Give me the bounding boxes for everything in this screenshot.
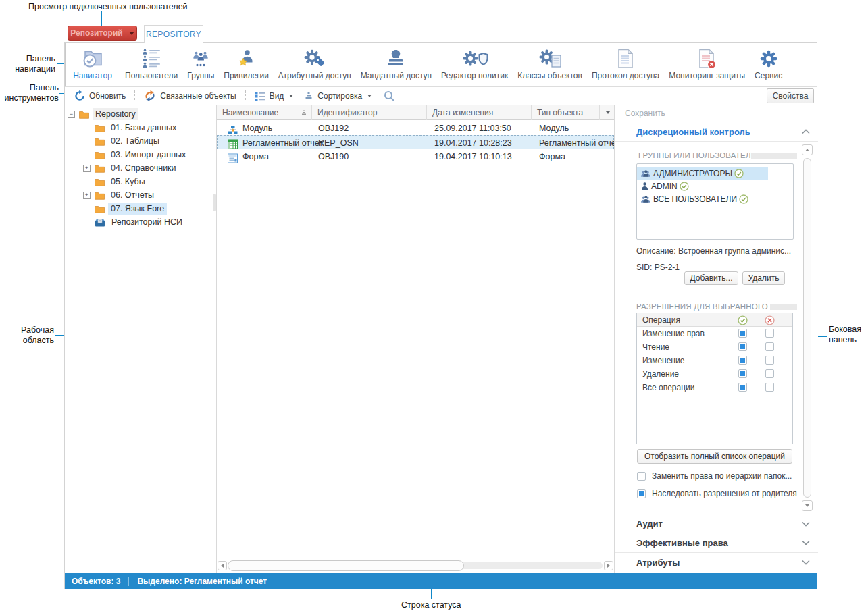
tree-item[interactable]: 05. Кубы [83, 175, 148, 188]
table-row-selected[interactable]: Регламентный отчет REP_OSN 19.04.2017 10… [217, 135, 614, 149]
linked-objects-icon [144, 90, 156, 101]
section-audit[interactable]: Аудит [615, 514, 818, 533]
group-icon [640, 169, 651, 178]
scroll-right-button[interactable] [604, 561, 613, 570]
service-icon [759, 49, 779, 69]
ribbon-item-privileges[interactable]: Привилегии [219, 43, 274, 86]
ribbon-item-users[interactable]: Пользователи [120, 43, 182, 86]
checkbox-label: Наследовать разрешения от родителя [652, 489, 797, 498]
tree-item-label: 03. Импорт данных [108, 149, 188, 161]
tree-scrollbar-thumb[interactable] [213, 194, 216, 211]
ribbon-item-service[interactable]: Сервис [750, 43, 787, 86]
scroll-left-button[interactable] [218, 561, 227, 570]
groups-listbox[interactable]: АДМИНИСТРАТОРЫ ADMIN [636, 163, 794, 240]
ribbon-item-object-classes[interactable]: Классы объектов [513, 43, 587, 86]
cell-name: Модуль [242, 121, 272, 135]
sort-button[interactable]: Сортировка [301, 91, 374, 101]
ribbon-item-navigator[interactable]: Навигатор [65, 43, 120, 86]
show-full-operations-button[interactable]: Отобразить полный список операций [637, 449, 792, 464]
expand-icon[interactable] [83, 165, 91, 172]
checkbox-unchecked[interactable] [637, 472, 646, 481]
add-button[interactable]: Добавить... [684, 271, 738, 285]
search-button[interactable] [381, 90, 397, 101]
delete-button[interactable]: Удалить [742, 271, 785, 285]
ribbon-label: Навигатор [73, 71, 112, 80]
ribbon-label: Пользователи [125, 71, 178, 80]
tree-item[interactable]: 03. Импорт данных [83, 148, 188, 161]
collapse-icon[interactable] [68, 111, 75, 118]
cell-type: Регламентный отчёт [539, 136, 619, 150]
allow-checkbox-checked[interactable] [738, 342, 747, 351]
cell-type: Форма [539, 149, 565, 163]
allow-checkbox-checked[interactable] [738, 356, 747, 365]
group-item[interactable]: ВСЕ ПОЛЬЗОВАТЕЛИ [637, 192, 793, 205]
deny-checkbox[interactable] [765, 369, 774, 378]
repository-menu-button[interactable]: Репозиторий [68, 26, 137, 41]
column-header-identifier[interactable]: Идентификатор [311, 105, 426, 120]
group-item-selected[interactable]: АДМИНИСТРАТОРЫ [637, 167, 768, 180]
group-name: АДМИНИСТРАТОРЫ [653, 169, 732, 178]
page: Просмотр подключенных пользователей Пане… [0, 0, 868, 613]
operation-row: Изменение [637, 354, 792, 367]
save-button-disabled[interactable]: Сохранить [615, 105, 818, 122]
nsi-repository-icon [95, 217, 105, 227]
section-discretionary-control[interactable]: Дискреционный контроль [615, 122, 818, 142]
checkbox-checked[interactable] [637, 489, 646, 498]
deny-checkbox[interactable] [765, 329, 774, 338]
ribbon-item-groups[interactable]: Группы [182, 43, 219, 86]
scroll-up-button[interactable] [802, 144, 813, 155]
ribbon-item-access-log[interactable]: Протокол доступа [587, 43, 664, 86]
scroll-down-button[interactable] [802, 500, 813, 511]
scrollbar-thumb[interactable] [803, 158, 811, 498]
section-attributes[interactable]: Атрибуты [615, 553, 818, 572]
replace-rights-checkbox-row[interactable]: Заменить права по иерархии папок... [637, 471, 792, 481]
deny-checkbox[interactable] [765, 383, 774, 392]
ribbon-item-policy-editor[interactable]: Редактор политик [436, 43, 513, 86]
view-button[interactable]: Вид [252, 91, 297, 101]
group-item[interactable]: ADMIN [637, 180, 793, 192]
view-list-icon [255, 91, 265, 101]
properties-button[interactable]: Свойства [767, 88, 814, 103]
deny-checkbox[interactable] [765, 342, 774, 351]
tree-item[interactable]: 01. Базы данных [83, 121, 179, 134]
deny-checkbox[interactable] [765, 356, 774, 365]
group-description: Описание: Встроенная группа админис... [636, 246, 791, 256]
tree-pane: Repository 01. Базы данных 02. Таблицы 0… [65, 105, 217, 573]
tree-item[interactable]: 02. Таблицы [83, 134, 162, 148]
table-row[interactable]: Форма OBJ190 19.04.2017 10:10:13 Форма [217, 149, 614, 163]
allow-checkbox-checked[interactable] [738, 383, 747, 392]
table-row[interactable]: Модуль OBJ192 25.09.2017 11:03:50 Модуль [217, 121, 614, 135]
deny-column-icon [765, 315, 775, 325]
form-icon [228, 151, 238, 165]
tab-repository[interactable]: REPOSITORY [144, 25, 203, 43]
ribbon-item-security-monitoring[interactable]: Мониторинг защиты [664, 43, 750, 86]
refresh-button[interactable]: Обновить [72, 90, 128, 101]
allow-checkbox-checked[interactable] [738, 329, 747, 338]
arrow-left-icon [221, 564, 224, 568]
label-decoration [770, 304, 797, 310]
column-header-date[interactable]: Дата изменения [426, 105, 531, 120]
policy-editor-icon [462, 49, 488, 69]
table-header: Наименование Идентификатор Дата изменени… [217, 105, 614, 120]
ribbon-item-attribute-access[interactable]: Атрибутный доступ [274, 43, 356, 86]
linked-objects-button[interactable]: Связанные объекты [141, 90, 238, 101]
tree-item-repository-root[interactable]: Repository [68, 107, 138, 121]
horizontal-scrollbar[interactable] [217, 559, 614, 572]
cell-identifier: REP_OSN [318, 136, 359, 150]
tree-item[interactable]: 06. Отчеты [83, 188, 157, 202]
tree-item-nsi-repository[interactable]: Репозиторий НСИ [83, 215, 185, 229]
toolbar-separator [245, 90, 246, 101]
tree-item[interactable]: 04. Справочники [83, 161, 179, 175]
group-name: ADMIN [651, 182, 678, 191]
scrollbar-thumb[interactable] [228, 560, 464, 571]
column-header-name[interactable]: Наименование [217, 105, 311, 120]
allow-checkbox-checked[interactable] [738, 369, 747, 378]
ribbon-item-mandatory-access[interactable]: Мандатный доступ [356, 43, 436, 86]
expand-icon[interactable] [83, 192, 91, 199]
inherit-permissions-checkbox-row[interactable]: Наследовать разрешения от родителя [637, 489, 797, 498]
column-menu-button[interactable] [599, 105, 614, 120]
annotation-work-area: Рабочая область [8, 325, 54, 346]
section-effective-rights[interactable]: Эффективные права [615, 533, 818, 553]
tree-item-selected[interactable]: 07. Язык Fore [83, 202, 167, 215]
column-header-type[interactable]: Тип объекта [531, 105, 599, 120]
